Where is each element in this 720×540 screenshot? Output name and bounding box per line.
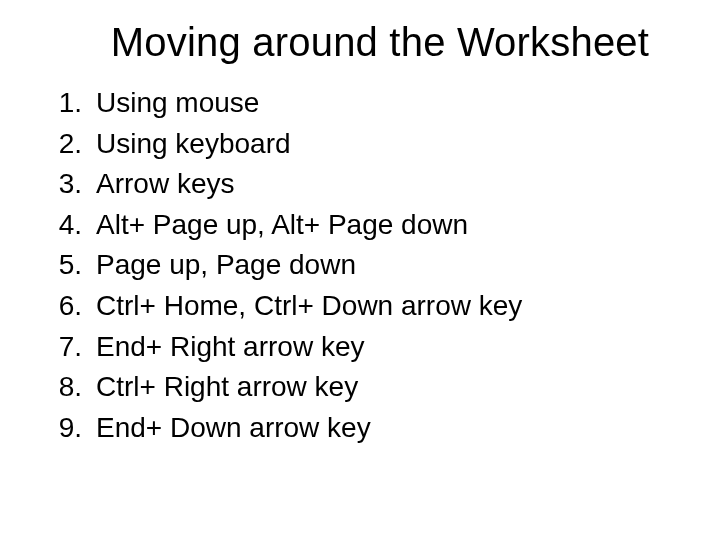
list-text: Using mouse <box>96 83 680 124</box>
list-item: 5. Page up, Page down <box>40 245 680 286</box>
list-number: 9. <box>40 408 96 449</box>
list-number: 2. <box>40 124 96 165</box>
list-text: Alt+ Page up, Alt+ Page down <box>96 205 680 246</box>
list-text: Page up, Page down <box>96 245 680 286</box>
numbered-list: 1. Using mouse 2. Using keyboard 3. Arro… <box>40 83 680 448</box>
list-number: 4. <box>40 205 96 246</box>
list-number: 6. <box>40 286 96 327</box>
list-item: 4. Alt+ Page up, Alt+ Page down <box>40 205 680 246</box>
list-text: Arrow keys <box>96 164 680 205</box>
list-text: Using keyboard <box>96 124 680 165</box>
list-number: 5. <box>40 245 96 286</box>
list-text: End+ Right arrow key <box>96 327 680 368</box>
list-item: 8. Ctrl+ Right arrow key <box>40 367 680 408</box>
page-title: Moving around the Worksheet <box>40 20 680 65</box>
list-number: 8. <box>40 367 96 408</box>
list-item: 1. Using mouse <box>40 83 680 124</box>
list-text: End+ Down arrow key <box>96 408 680 449</box>
list-item: 2. Using keyboard <box>40 124 680 165</box>
list-item: 6. Ctrl+ Home, Ctrl+ Down arrow key <box>40 286 680 327</box>
list-item: 9. End+ Down arrow key <box>40 408 680 449</box>
list-number: 3. <box>40 164 96 205</box>
list-text: Ctrl+ Home, Ctrl+ Down arrow key <box>96 286 680 327</box>
list-item: 7. End+ Right arrow key <box>40 327 680 368</box>
list-text: Ctrl+ Right arrow key <box>96 367 680 408</box>
slide: Moving around the Worksheet 1. Using mou… <box>0 0 720 540</box>
list-number: 1. <box>40 83 96 124</box>
list-item: 3. Arrow keys <box>40 164 680 205</box>
list-number: 7. <box>40 327 96 368</box>
